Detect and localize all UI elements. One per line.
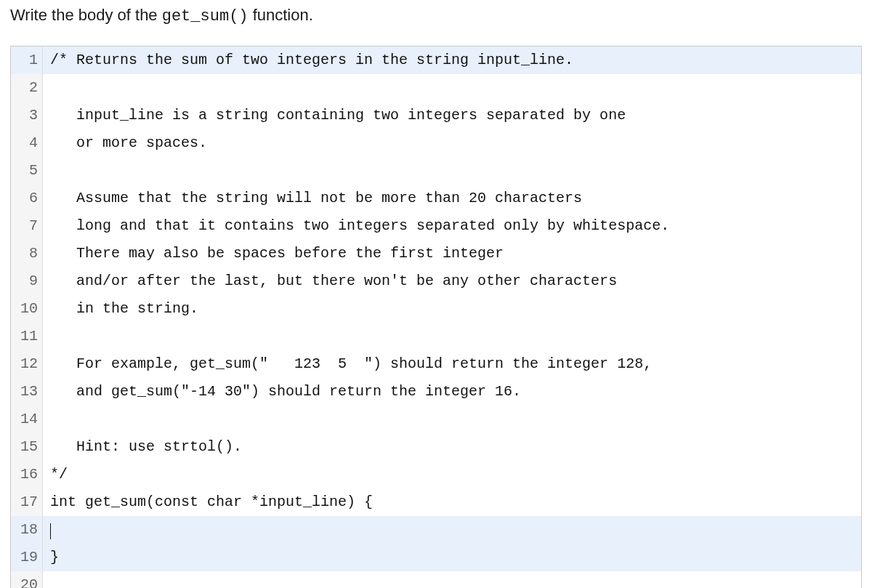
line-number: 6: [11, 185, 43, 212]
code-line[interactable]: For example, get_sum(" 123 5 ") should r…: [43, 350, 861, 378]
line-number: 13: [11, 378, 43, 406]
line-number: 17: [11, 488, 43, 516]
code-editor[interactable]: 1/* Returns the sum of two integers in t…: [10, 46, 862, 588]
code-line[interactable]: input_line is a string containing two in…: [43, 102, 861, 129]
code-line[interactable]: [43, 157, 861, 185]
code-line[interactable]: /* Returns the sum of two integers in th…: [43, 47, 861, 74]
line-number: 9: [11, 267, 43, 295]
code-line[interactable]: int get_sum(const char *input_line) {: [43, 488, 861, 516]
instruction-suffix: function.: [249, 6, 313, 24]
instruction-text: Write the body of the get_sum() function…: [10, 6, 862, 25]
line-number: 18: [11, 516, 43, 544]
line-number: 7: [11, 212, 43, 240]
line-number: 10: [11, 295, 43, 323]
code-line[interactable]: or more spaces.: [43, 129, 861, 157]
code-line[interactable]: long and that it contains two integers s…: [43, 212, 861, 240]
line-number: 11: [11, 323, 43, 350]
line-number: 19: [11, 544, 43, 571]
line-number: 14: [11, 406, 43, 433]
instruction-code: get_sum(): [162, 7, 249, 25]
line-number: 20: [11, 571, 43, 588]
instruction-prefix: Write the body of the: [10, 6, 162, 24]
code-line[interactable]: [43, 571, 861, 588]
line-number: 3: [11, 102, 43, 129]
code-line[interactable]: */: [43, 461, 861, 488]
code-line[interactable]: [43, 74, 861, 102]
line-number: 1: [11, 47, 43, 74]
line-number: 12: [11, 350, 43, 378]
code-line[interactable]: }: [43, 544, 861, 571]
line-number: 8: [11, 240, 43, 267]
code-line[interactable]: [43, 516, 861, 544]
line-number: 2: [11, 74, 43, 102]
line-number: 16: [11, 461, 43, 488]
code-line[interactable]: Assume that the string will not be more …: [43, 185, 861, 212]
code-line[interactable]: [43, 323, 861, 350]
code-line[interactable]: There may also be spaces before the firs…: [43, 240, 861, 267]
code-line[interactable]: and/or after the last, but there won't b…: [43, 267, 861, 295]
text-cursor: [50, 523, 51, 539]
line-number: 15: [11, 433, 43, 461]
code-line[interactable]: [43, 406, 861, 433]
line-number: 4: [11, 129, 43, 157]
code-line[interactable]: in the string.: [43, 295, 861, 323]
code-line[interactable]: Hint: use strtol().: [43, 433, 861, 461]
line-number: 5: [11, 157, 43, 185]
code-line[interactable]: and get_sum("-14 30") should return the …: [43, 378, 861, 406]
